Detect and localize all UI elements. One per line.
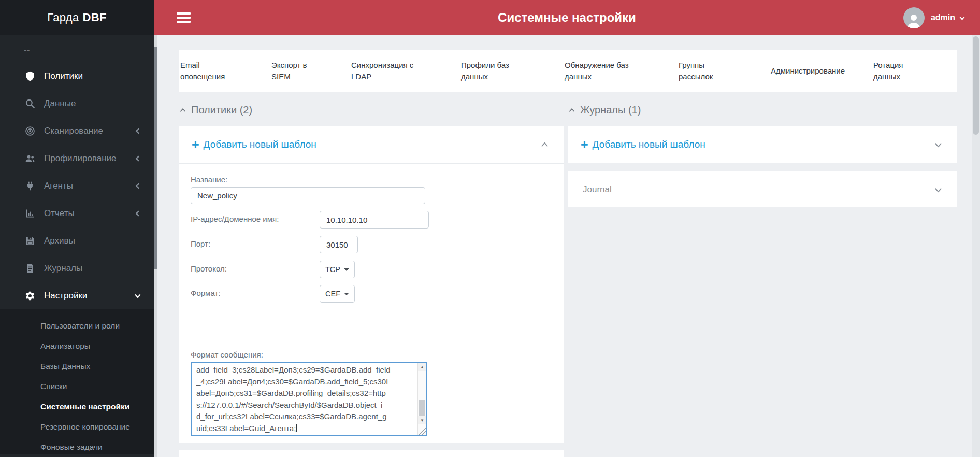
tab-mailing-groups[interactable]: Группы рассылок (679, 50, 718, 92)
ip-input[interactable] (320, 211, 429, 228)
submenu-item-lists[interactable]: Списки (0, 376, 154, 396)
submenu-item-background-tasks[interactable]: Фоновые задачи (0, 437, 154, 457)
bar-chart-icon (24, 207, 36, 220)
sidebar-menu: -- Политики Данные Сканирование Профилир… (0, 35, 154, 454)
select-caret-icon (344, 293, 349, 295)
sidebar-scrollbar[interactable] (154, 35, 157, 457)
chevron-down-icon[interactable] (934, 185, 943, 194)
page-title: Системные настройки (154, 10, 980, 25)
username: admin (931, 13, 955, 22)
sidebar-scrollbar-thumb[interactable] (154, 47, 157, 269)
chevron-up-icon (179, 107, 186, 114)
journal-add-template-card: + Добавить новый шаблон (568, 126, 957, 163)
sidebar-item-journals[interactable]: Журналы (0, 254, 154, 282)
add-template-label: Добавить новый шаблон (204, 139, 316, 150)
document-icon (24, 262, 36, 275)
ip-label: IP-адрес/Доменное имя: (191, 215, 279, 223)
tab-administration[interactable]: Администрирование (771, 50, 864, 92)
port-input[interactable] (320, 236, 358, 253)
brand-logo[interactable]: Гарда DBF (0, 0, 154, 35)
message-format-value[interactable]: add_field_3;cs28Label=Доп3;cs29=$GardaDB… (192, 363, 417, 435)
format-label: Формат: (191, 289, 220, 297)
sidebar-item-reports[interactable]: Отчеты (0, 199, 154, 227)
chevron-left-icon (134, 182, 141, 190)
tab-email-alerts[interactable]: Email оповещения (180, 50, 230, 92)
sidebar-item-profiling[interactable]: Профилирование (0, 145, 154, 172)
tab-siem-export[interactable]: Экспорт в SIEM (271, 50, 315, 92)
settings-submenu: Пользователи и роли Анализаторы Базы Дан… (0, 309, 154, 454)
name-input[interactable] (191, 187, 425, 204)
sidebar: Гарда DBF -- Политики Данные Сканировани… (0, 0, 154, 457)
textarea-scrollbar[interactable]: ▲ ▼ (417, 363, 426, 435)
policy-template-card: + Добавить новый шаблон Название: IP-адр… (179, 126, 564, 443)
submenu-item-analyzers[interactable]: Анализаторы (0, 336, 154, 356)
search-icon (24, 97, 36, 110)
message-format-label: Формат сообщения: (191, 350, 263, 359)
tab-ldap-sync[interactable]: Синхронизация с LDAP (351, 50, 416, 92)
sidebar-item-data[interactable]: Данные (0, 90, 154, 117)
scroll-down-icon[interactable]: ▼ (418, 416, 426, 424)
settings-tabbar: Email оповещения Экспорт в SIEM Синхрони… (179, 50, 957, 92)
policies-section-header[interactable]: Политики (2) (179, 104, 252, 116)
shield-icon (24, 70, 36, 82)
gear-icon (24, 290, 36, 302)
floppy-icon (24, 235, 36, 247)
chevron-up-icon (568, 107, 575, 114)
submenu-item-system-settings[interactable]: Системные настройки (0, 396, 154, 417)
menu-toggle-button[interactable] (177, 10, 191, 25)
chevron-left-icon (134, 155, 141, 162)
select-caret-icon (344, 268, 349, 271)
protocol-select[interactable]: TCP (320, 261, 355, 278)
plus-icon: + (192, 138, 199, 151)
journal-item-card: Journal (568, 171, 957, 207)
plug-icon (24, 180, 36, 192)
protocol-label: Протокол: (191, 264, 227, 273)
textarea-scrollbar-thumb[interactable] (419, 400, 425, 417)
sidebar-item-policies[interactable]: Политики (0, 62, 154, 90)
journal-item-toggle[interactable]: Journal (568, 171, 957, 208)
submenu-item-backup[interactable]: Резервное копирование (0, 417, 154, 437)
users-icon (24, 152, 36, 165)
brand-name-bold: DBF (83, 11, 107, 24)
sidebar-item-scanning[interactable]: Сканирование (0, 117, 154, 145)
submenu-item-databases[interactable]: Базы Данных (0, 356, 154, 376)
add-template-toggle[interactable]: + Добавить новый шаблон (179, 126, 564, 163)
chevron-down-icon[interactable] (934, 140, 943, 149)
format-select[interactable]: CEF (320, 285, 355, 303)
sidebar-item-settings[interactable]: Настройки (0, 282, 154, 309)
divider (179, 163, 564, 164)
name-label: Название: (191, 175, 227, 184)
tab-data-rotation[interactable]: Ротация данных (873, 50, 913, 92)
journals-section-title: Журналы (1) (580, 104, 641, 116)
chevron-down-icon (134, 292, 141, 299)
sidebar-item-agents[interactable]: Агенты (0, 172, 154, 199)
scroll-up-icon[interactable]: ▲ (418, 363, 426, 371)
chevron-left-icon (134, 127, 141, 135)
sidebar-item-archives[interactable]: Архивы (0, 227, 154, 254)
policies-section-title: Политики (2) (191, 104, 252, 116)
chevron-down-icon (959, 15, 965, 21)
journals-section-header[interactable]: Журналы (1) (568, 104, 641, 116)
user-menu[interactable]: admin (903, 7, 965, 28)
add-journal-template-toggle[interactable]: + Добавить новый шаблон (568, 126, 957, 163)
page-scrollbar-thumb[interactable] (973, 36, 979, 135)
plus-icon: + (581, 138, 588, 151)
chevron-up-icon[interactable] (540, 140, 549, 149)
sidebar-item-placeholder[interactable]: -- (0, 38, 154, 62)
resize-grip-icon[interactable] (419, 427, 426, 435)
add-journal-template-label: Добавить новый шаблон (593, 139, 705, 150)
submenu-item-users-roles[interactable]: Пользователи и роли (0, 316, 154, 336)
brand-name-light: Гарда (47, 11, 79, 24)
app-root: Гарда DBF -- Политики Данные Сканировани… (0, 0, 980, 457)
page-scrollbar[interactable] (972, 35, 980, 457)
policy-item-card-partial[interactable] (179, 450, 564, 457)
journal-item-label: Journal (583, 184, 612, 195)
tab-db-profiles[interactable]: Профили баз данных (461, 50, 511, 92)
tab-db-discovery[interactable]: Обнаружение баз данных (565, 50, 633, 92)
port-label: Порт: (191, 239, 210, 248)
target-icon (24, 125, 36, 137)
chevron-left-icon (134, 210, 141, 217)
avatar (903, 7, 925, 28)
top-bar: Системные настройки admin (154, 0, 980, 35)
message-format-textarea[interactable]: add_field_3;cs28Label=Доп3;cs29=$GardaDB… (191, 362, 427, 436)
